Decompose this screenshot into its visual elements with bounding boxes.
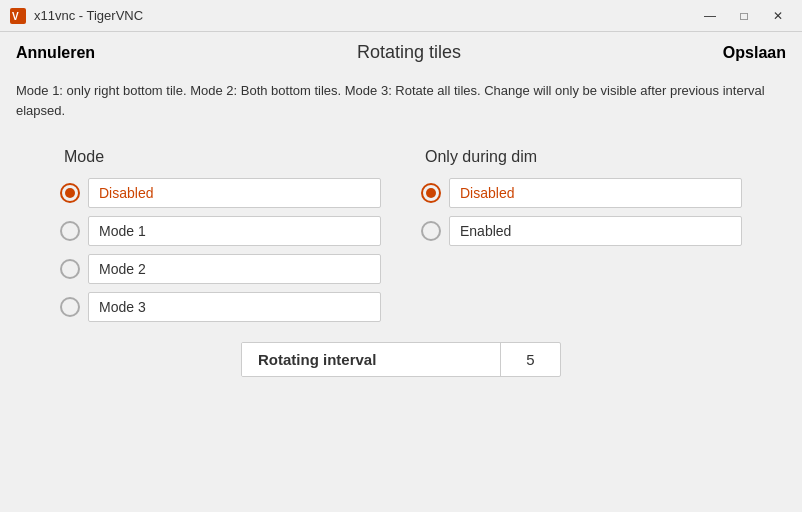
main-window: V x11vnc - TigerVNC — □ ✕ Annuleren Rota… xyxy=(0,0,802,512)
cancel-button[interactable]: Annuleren xyxy=(16,44,95,62)
window-controls: — □ ✕ xyxy=(694,4,794,28)
dim-disabled-option[interactable]: Disabled xyxy=(421,178,742,208)
mode-disabled-radio[interactable] xyxy=(60,183,80,203)
mode-2-label[interactable]: Mode 2 xyxy=(88,254,381,284)
bottom-section: Rotating interval 5 xyxy=(60,322,742,393)
content-area: Mode Disabled Mode 1 Mode 2 xyxy=(0,136,802,512)
close-button[interactable]: ✕ xyxy=(762,4,794,28)
mode-1-radio[interactable] xyxy=(60,221,80,241)
dim-enabled-label[interactable]: Enabled xyxy=(449,216,742,246)
interval-row: Rotating interval 5 xyxy=(241,342,561,377)
app-icon: V xyxy=(8,6,28,26)
mode-group: Mode Disabled Mode 1 Mode 2 xyxy=(60,148,381,322)
header-bar: Annuleren Rotating tiles Opslaan xyxy=(0,32,802,73)
mode-group-label: Mode xyxy=(60,148,381,166)
mode-1-option[interactable]: Mode 1 xyxy=(60,216,381,246)
mode-disabled-label[interactable]: Disabled xyxy=(88,178,381,208)
dim-enabled-option[interactable]: Enabled xyxy=(421,216,742,246)
mode-disabled-option[interactable]: Disabled xyxy=(60,178,381,208)
dim-disabled-radio-inner xyxy=(426,188,436,198)
minimize-button[interactable]: — xyxy=(694,4,726,28)
options-row: Mode Disabled Mode 1 Mode 2 xyxy=(60,148,742,322)
mode-3-label[interactable]: Mode 3 xyxy=(88,292,381,322)
svg-text:V: V xyxy=(12,11,19,22)
mode-3-option[interactable]: Mode 3 xyxy=(60,292,381,322)
mode-2-radio[interactable] xyxy=(60,259,80,279)
dim-disabled-radio[interactable] xyxy=(421,183,441,203)
mode-2-option[interactable]: Mode 2 xyxy=(60,254,381,284)
mode-disabled-radio-inner xyxy=(65,188,75,198)
dim-enabled-radio[interactable] xyxy=(421,221,441,241)
interval-value[interactable]: 5 xyxy=(500,343,560,376)
interval-label: Rotating interval xyxy=(242,343,500,376)
save-button[interactable]: Opslaan xyxy=(723,44,786,62)
page-title: Rotating tiles xyxy=(357,42,461,63)
window-title: x11vnc - TigerVNC xyxy=(34,8,694,23)
mode-3-radio[interactable] xyxy=(60,297,80,317)
maximize-button[interactable]: □ xyxy=(728,4,760,28)
dim-group: Only during dim Disabled Enabled xyxy=(421,148,742,322)
mode-1-label[interactable]: Mode 1 xyxy=(88,216,381,246)
dim-group-label: Only during dim xyxy=(421,148,742,166)
titlebar: V x11vnc - TigerVNC — □ ✕ xyxy=(0,0,802,32)
description-text: Mode 1: only right bottom tile. Mode 2: … xyxy=(0,73,802,136)
dim-disabled-label[interactable]: Disabled xyxy=(449,178,742,208)
